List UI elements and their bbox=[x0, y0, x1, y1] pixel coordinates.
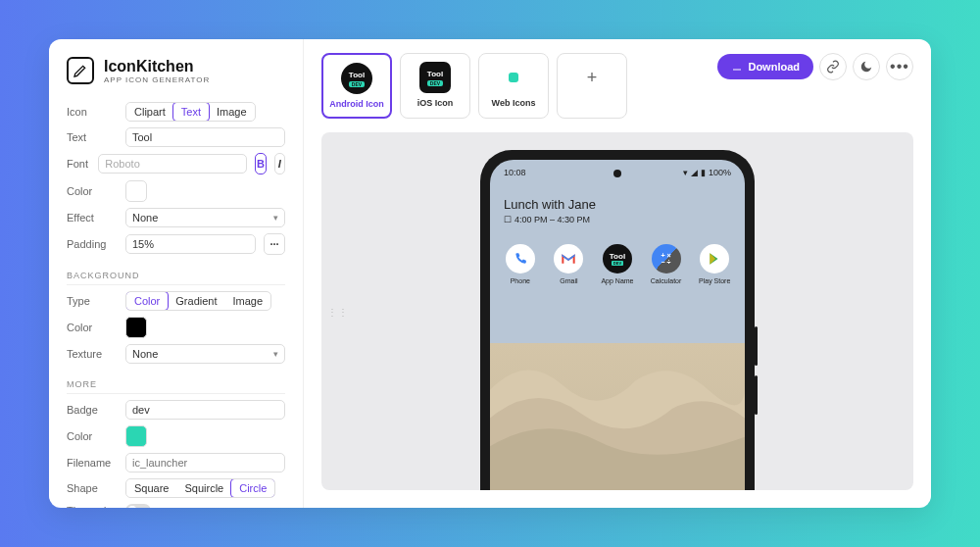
filename-label: Filename bbox=[67, 457, 118, 469]
padding-value: 15% bbox=[132, 238, 154, 250]
more-button[interactable]: ••• bbox=[886, 53, 913, 80]
app-tool: Tool DEV App Name bbox=[596, 244, 639, 284]
phone-mockup: 10:08 ▾ ◢ ▮ 100% Lunch with Jane ☐ 4:00 … bbox=[480, 150, 755, 490]
app-window: IconKitchen APP ICON GENERATOR Icon Clip… bbox=[49, 39, 931, 508]
badge-label: Badge bbox=[67, 404, 118, 416]
signal-icon: ◢ bbox=[691, 168, 698, 177]
download-button[interactable]: Download bbox=[717, 54, 813, 79]
link-button[interactable] bbox=[819, 53, 847, 80]
shape-circle[interactable]: Circle bbox=[230, 478, 275, 498]
logo: IconKitchen APP ICON GENERATOR bbox=[67, 57, 285, 84]
text-input[interactable] bbox=[125, 127, 285, 147]
app-phone: Phone bbox=[499, 244, 542, 284]
icon-type-image[interactable]: Image bbox=[209, 103, 255, 121]
tool-app-icon: Tool DEV bbox=[603, 244, 632, 274]
chevron-down-icon: ▾ bbox=[273, 349, 278, 359]
padding-more-button[interactable]: ··· bbox=[264, 233, 285, 255]
battery-pct: 100% bbox=[709, 168, 731, 177]
shape-label: Shape bbox=[67, 482, 118, 494]
bold-button[interactable]: B bbox=[255, 153, 266, 174]
texture-value: None bbox=[132, 348, 158, 360]
text-label: Text bbox=[67, 131, 118, 143]
moon-icon bbox=[859, 60, 873, 74]
badgecolor-label: Color bbox=[67, 430, 118, 442]
logo-icon bbox=[67, 57, 94, 84]
texture-select[interactable]: None ▾ bbox=[125, 344, 285, 364]
icon-type-text[interactable]: Text bbox=[172, 102, 210, 122]
padding-label: Padding bbox=[67, 238, 118, 250]
themed-label: Themed bbox=[67, 505, 118, 508]
phone-screen: 10:08 ▾ ◢ ▮ 100% Lunch with Jane ☐ 4:00 … bbox=[490, 160, 745, 490]
download-icon bbox=[731, 61, 743, 73]
bgtype-gradient[interactable]: Gradient bbox=[168, 292, 224, 310]
icon-type-segment: Clipart Text Image bbox=[125, 102, 256, 122]
shape-segment: Square Squircle Circle bbox=[125, 478, 275, 498]
battery-icon: ▮ bbox=[701, 168, 706, 177]
shape-squircle[interactable]: Squircle bbox=[176, 479, 231, 497]
camera-icon bbox=[613, 170, 621, 177]
plus-icon: + bbox=[576, 62, 608, 93]
font-input[interactable] bbox=[98, 154, 247, 174]
app-gmail: Gmail bbox=[547, 244, 590, 284]
themed-toggle[interactable] bbox=[125, 504, 151, 508]
texture-label: Texture bbox=[67, 348, 118, 360]
event-title: Lunch with Jane bbox=[504, 197, 731, 212]
android-icon-preview: Tool DEV bbox=[341, 63, 372, 94]
playstore-app-icon bbox=[700, 244, 729, 274]
icon-type-clipart[interactable]: Clipart bbox=[126, 103, 173, 121]
phone-time: 10:08 bbox=[504, 168, 526, 177]
web-icon-preview bbox=[498, 62, 529, 93]
actions: Download ••• bbox=[717, 53, 913, 80]
tab-android[interactable]: Tool DEV Android Icon bbox=[321, 53, 392, 119]
ios-icon-preview: Tool DEV bbox=[419, 62, 451, 93]
italic-button[interactable]: I bbox=[274, 153, 285, 174]
badgecolor-swatch[interactable] bbox=[125, 425, 147, 447]
calculator-app-icon: + ×− ÷ bbox=[652, 244, 681, 274]
tabs: Tool DEV Android Icon Tool DEV iOS Icon … bbox=[321, 53, 627, 119]
brand-name: IconKitchen bbox=[104, 58, 210, 75]
tab-label: Web Icons bbox=[492, 98, 536, 108]
bgcolor-swatch[interactable] bbox=[125, 317, 147, 338]
sidebar: IconKitchen APP ICON GENERATOR Icon Clip… bbox=[49, 39, 304, 508]
tab-add[interactable]: + bbox=[557, 53, 627, 119]
background-section-header: BACKGROUND bbox=[67, 271, 285, 285]
bgcolor-label: Color bbox=[67, 322, 118, 333]
effect-select[interactable]: None ▾ bbox=[125, 208, 285, 227]
padding-select[interactable]: 15% bbox=[125, 234, 256, 254]
drag-handle-icon[interactable]: ⋮⋮ bbox=[327, 306, 349, 317]
theme-button[interactable] bbox=[853, 53, 880, 80]
event-time: 4:00 PM – 4:30 PM bbox=[514, 215, 590, 224]
topbar: Tool DEV Android Icon Tool DEV iOS Icon … bbox=[304, 39, 931, 132]
bgtype-label: Type bbox=[67, 295, 118, 307]
link-icon bbox=[826, 60, 840, 74]
preview-area: ⋮⋮ 10:08 ▾ ◢ ▮ 100% bbox=[321, 132, 913, 490]
app-calculator: + ×− ÷ Calculator bbox=[645, 244, 688, 284]
shape-square[interactable]: Square bbox=[126, 479, 176, 497]
filename-input[interactable] bbox=[125, 453, 285, 472]
calendar-widget: Lunch with Jane ☐ 4:00 PM – 4:30 PM bbox=[504, 197, 731, 224]
gmail-app-icon bbox=[554, 244, 583, 274]
tab-web[interactable]: Web Icons bbox=[478, 53, 549, 119]
bgtype-color[interactable]: Color bbox=[125, 291, 169, 311]
wallpaper-terrain bbox=[490, 343, 745, 490]
more-section-header: MORE bbox=[67, 379, 285, 394]
effect-value: None bbox=[132, 212, 158, 224]
bgtype-image[interactable]: Image bbox=[225, 292, 271, 310]
phone-app-icon bbox=[506, 244, 535, 274]
bgtype-segment: Color Gradient Image bbox=[125, 291, 271, 311]
tab-ios[interactable]: Tool DEV iOS Icon bbox=[400, 53, 470, 119]
chevron-down-icon: ▾ bbox=[273, 213, 278, 223]
fgcolor-swatch[interactable] bbox=[125, 180, 147, 202]
font-label: Font bbox=[67, 158, 90, 170]
tab-label: Android Icon bbox=[329, 99, 384, 109]
badge-input[interactable] bbox=[125, 400, 285, 420]
tab-label: iOS Icon bbox=[417, 98, 454, 108]
wifi-icon: ▾ bbox=[683, 168, 688, 177]
app-playstore: Play Store bbox=[693, 244, 736, 284]
download-label: Download bbox=[748, 61, 800, 73]
effect-label: Effect bbox=[67, 212, 118, 224]
main: Tool DEV Android Icon Tool DEV iOS Icon … bbox=[304, 39, 931, 508]
app-row: Phone Gmail Tool DEV App Name bbox=[490, 238, 745, 290]
calendar-icon: ☐ bbox=[504, 215, 512, 224]
dots-icon: ••• bbox=[890, 58, 909, 75]
